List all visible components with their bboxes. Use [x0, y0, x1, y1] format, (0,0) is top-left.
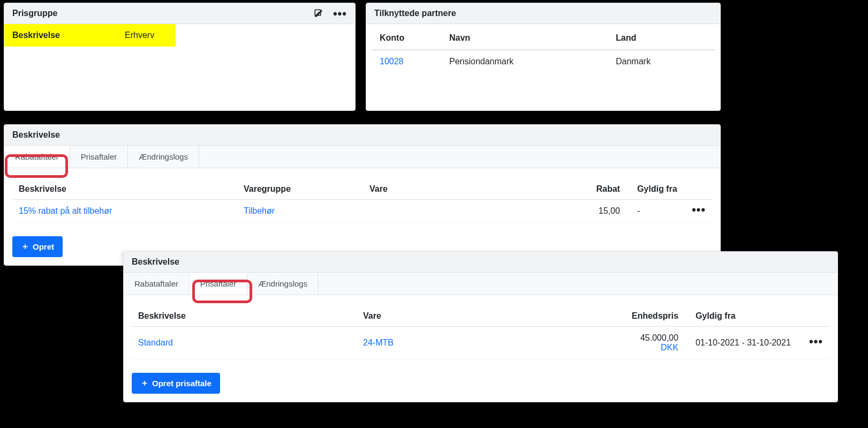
card-partnere-title: Tilknyttede partnere — [374, 9, 456, 18]
create-prisaftale-label: Opret prisaftale — [152, 379, 212, 388]
card-beskrivelse1-header: Beskrivelse — [4, 125, 720, 146]
row-more-icon[interactable]: ••• — [809, 335, 823, 348]
tab-prisaftaler[interactable]: Prisaftaler — [190, 273, 248, 295]
col-gyldig-fra: Gyldig fra — [685, 306, 803, 327]
card-beskrivelse2-header: Beskrivelse — [124, 252, 837, 273]
col-beskrivelse: Beskrivelse — [12, 179, 237, 200]
tab-rabataftaler[interactable]: Rabataftaler — [124, 273, 190, 295]
plus-icon: ＋ — [140, 378, 149, 389]
navn-cell: Pensiondanmark — [441, 50, 608, 73]
create-button[interactable]: ＋ Opret — [12, 236, 63, 257]
col-enhedspris: Enhedspris — [621, 306, 685, 327]
col-gyldig-fra: Gyldig fra — [627, 179, 685, 200]
col-konto: Konto — [372, 27, 441, 50]
beskrivelse-label: Beskrivelse — [12, 31, 125, 40]
rabat-beskrivelse-link[interactable]: 15% rabat på alt tilbehør — [19, 206, 112, 215]
card-prisgruppe: Prisgruppe ••• Beskrivelse Erhverv — [4, 3, 356, 111]
vare-cell — [363, 200, 578, 223]
plus-icon: ＋ — [21, 241, 29, 252]
varegruppe-link[interactable]: Tilbehør — [244, 206, 275, 215]
edit-icon[interactable] — [314, 9, 323, 18]
card-prisgruppe-header: Prisgruppe ••• — [4, 3, 355, 24]
table-row: Standard 24-MTB 45.000,00 DKK 01-10-2021… — [132, 327, 829, 359]
more-icon[interactable]: ••• — [333, 11, 347, 17]
card-beskrivelse-1: Beskrivelse Rabataftaler Prisaftaler Ænd… — [4, 124, 721, 266]
tab-prisaftaler[interactable]: Prisaftaler — [70, 146, 129, 168]
col-beskrivelse: Beskrivelse — [132, 306, 357, 327]
col-navn: Navn — [441, 27, 608, 50]
card-partnere-header: Tilknyttede partnere — [366, 3, 720, 24]
currency-link[interactable]: DKK — [661, 343, 678, 352]
enhedspris-cell: 45.000,00 DKK — [621, 327, 685, 359]
col-vare: Vare — [363, 179, 578, 200]
row-more-icon[interactable]: ••• — [692, 203, 706, 216]
beskrivelse-value: Erhverv — [125, 31, 154, 40]
col-land: Land — [608, 27, 715, 50]
tab-rabataftaler[interactable]: Rabataftaler — [4, 146, 70, 168]
card-beskrivelse1-title: Beskrivelse — [12, 130, 60, 140]
konto-link[interactable]: 10028 — [380, 57, 404, 66]
rabat-cell: 15,00 — [578, 200, 627, 223]
table-row: 10028 Pensiondanmark Danmark — [372, 50, 715, 73]
highlight-beskrivelse-row: Beskrivelse Erhverv — [4, 24, 176, 47]
tabs-1: Rabataftaler Prisaftaler Ændringslogs — [4, 146, 720, 168]
gyldig-cell: - — [627, 200, 685, 223]
rabat-table: Beskrivelse Varegruppe Vare Rabat Gyldig… — [12, 179, 712, 223]
prisaftale-beskrivelse-link[interactable]: Standard — [138, 338, 173, 347]
tabs-2: Rabataftaler Prisaftaler Ændringslogs — [124, 273, 837, 295]
tab-aendringslogs[interactable]: Ændringslogs — [247, 273, 319, 295]
gyldig-cell: 01-10-2021 - 31-10-2021 — [685, 327, 803, 359]
vare-link[interactable]: 24-MTB — [363, 338, 394, 347]
card-beskrivelse-2: Beskrivelse Rabataftaler Prisaftaler Ænd… — [123, 251, 838, 402]
card-beskrivelse2-title: Beskrivelse — [132, 257, 179, 267]
col-vare: Vare — [357, 306, 621, 327]
card-partnere: Tilknyttede partnere Konto Navn Land 100… — [366, 3, 721, 111]
partnere-table: Konto Navn Land 10028 Pensiondanmark Dan… — [372, 27, 715, 73]
col-varegruppe: Varegruppe — [237, 179, 363, 200]
create-prisaftale-button[interactable]: ＋ Opret prisaftale — [132, 373, 220, 394]
card-prisgruppe-title: Prisgruppe — [12, 9, 57, 18]
tab-aendringslogs[interactable]: Ændringslogs — [128, 146, 199, 168]
prisaftaler-table: Beskrivelse Vare Enhedspris Gyldig fra S… — [132, 306, 829, 359]
table-row: 15% rabat på alt tilbehør Tilbehør 15,00… — [12, 200, 712, 223]
land-cell: Danmark — [608, 50, 715, 73]
col-rabat: Rabat — [578, 179, 627, 200]
create-button-label: Opret — [33, 242, 54, 251]
pris-num: 45.000,00 — [640, 333, 678, 342]
